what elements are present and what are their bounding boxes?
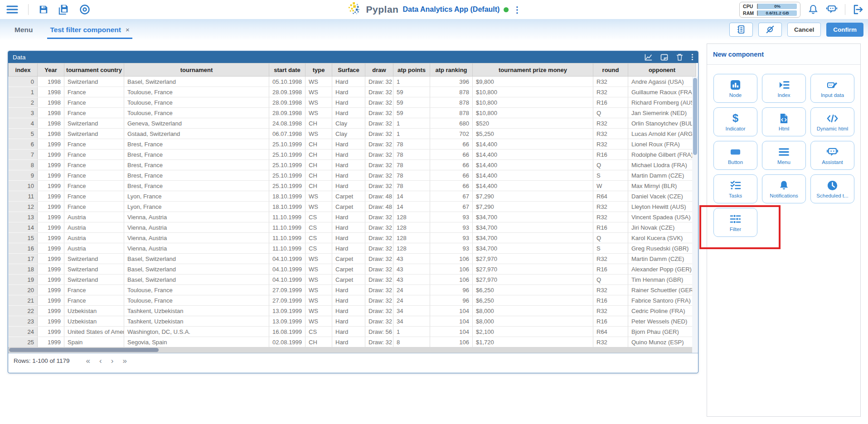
table-cell[interactable]: WS: [305, 316, 332, 327]
table-cell[interactable]: Bjorn Phau (GER): [628, 327, 696, 337]
table-cell[interactable]: Uzbekistan: [64, 306, 124, 316]
table-cell[interactable]: $2,100: [473, 327, 593, 337]
row-index-cell[interactable]: 21: [9, 295, 38, 306]
table-cell[interactable]: $27,970: [473, 264, 593, 275]
table-cell[interactable]: 02.08.1999: [269, 337, 305, 347]
table-cell[interactable]: 96: [430, 295, 473, 306]
table-cell[interactable]: 25.10.1999: [269, 149, 305, 160]
table-cell[interactable]: France: [64, 149, 124, 160]
table-cell[interactable]: Draw: 32: [365, 295, 393, 306]
table-cell[interactable]: R32: [593, 337, 628, 347]
table-cell[interactable]: 25.10.1999: [269, 170, 305, 181]
table-cell[interactable]: Basel, Switzerland: [124, 264, 269, 275]
table-cell[interactable]: WS: [305, 254, 332, 264]
more-menu-icon[interactable]: [691, 53, 693, 61]
column-header-draw[interactable]: draw: [365, 63, 393, 77]
table-cell[interactable]: France: [64, 139, 124, 149]
table-cell[interactable]: Draw: 32: [365, 285, 393, 295]
table-cell[interactable]: 1999: [38, 222, 64, 233]
table-cell[interactable]: Fabrice Santoro (FRA): [628, 295, 696, 306]
table-cell[interactable]: Draw: 32: [365, 275, 393, 285]
column-header-index[interactable]: index: [9, 63, 38, 77]
table-cell[interactable]: Karol Kucera (SVK): [628, 233, 696, 243]
component-tile-tasks[interactable]: Tasks: [713, 174, 757, 203]
table-cell[interactable]: Hard: [332, 306, 365, 316]
table-cell[interactable]: 1999: [38, 295, 64, 306]
table-cell[interactable]: Washington, DC, U.S.A.: [124, 327, 269, 337]
component-tile-assistant[interactable]: Assistant: [810, 141, 854, 170]
hamburger-menu-button[interactable]: [6, 5, 18, 14]
row-index-cell[interactable]: 8: [9, 160, 38, 170]
table-cell[interactable]: 78: [393, 149, 430, 160]
table-cell[interactable]: Draw: 32: [365, 254, 393, 264]
table-cell[interactable]: Q: [593, 108, 628, 118]
table-cell[interactable]: 05.10.1998: [269, 77, 305, 87]
table-cell[interactable]: 1998: [38, 87, 64, 97]
table-cell[interactable]: Draw: 32: [365, 170, 393, 181]
table-cell[interactable]: $8,000: [473, 306, 593, 316]
table-cell[interactable]: CS: [305, 212, 332, 222]
table-cell[interactable]: S: [593, 243, 628, 254]
chart-view-icon[interactable]: [645, 54, 652, 61]
table-cell[interactable]: 104: [430, 327, 473, 337]
table-cell[interactable]: WS: [305, 264, 332, 275]
table-cell[interactable]: 106: [430, 337, 473, 347]
table-cell[interactable]: 34: [393, 306, 430, 316]
table-cell[interactable]: Guillaume Raoux (FRA): [628, 87, 696, 97]
table-cell[interactable]: Tim Henman (GBR): [628, 275, 696, 285]
table-cell[interactable]: Carpet: [332, 275, 365, 285]
table-cell[interactable]: 1999: [38, 243, 64, 254]
logout-icon[interactable]: [853, 4, 863, 15]
table-cell[interactable]: Hard: [332, 316, 365, 327]
tab-menu[interactable]: Menu: [12, 22, 35, 39]
table-cell[interactable]: $10,800: [473, 87, 593, 97]
table-cell[interactable]: $9,800: [473, 77, 593, 87]
table-cell[interactable]: 93: [430, 233, 473, 243]
table-cell[interactable]: Q: [593, 233, 628, 243]
table-cell[interactable]: Draw: 32: [365, 108, 393, 118]
table-cell[interactable]: 1999: [38, 316, 64, 327]
table-cell[interactable]: R32: [593, 87, 628, 97]
table-cell[interactable]: Hard: [332, 243, 365, 254]
table-cell[interactable]: R64: [593, 327, 628, 337]
table-cell[interactable]: R32: [593, 285, 628, 295]
table-cell[interactable]: Jan Siemerink (NED): [628, 108, 696, 118]
table-cell[interactable]: 25.10.1999: [269, 160, 305, 170]
table-cell[interactable]: 128: [393, 243, 430, 254]
table-cell[interactable]: Brest, France: [124, 181, 269, 191]
table-cell[interactable]: WS: [305, 295, 332, 306]
table-cell[interactable]: Brest, France: [124, 149, 269, 160]
table-cell[interactable]: Hard: [332, 212, 365, 222]
table-cell[interactable]: 878: [430, 108, 473, 118]
table-cell[interactable]: Draw: 32: [365, 87, 393, 97]
table-cell[interactable]: Geneva, Switzerland: [124, 118, 269, 129]
component-tile-filter[interactable]: Filter: [713, 208, 757, 237]
column-header-surface[interactable]: Surface: [332, 63, 365, 77]
table-cell[interactable]: Q: [593, 160, 628, 170]
table-cell[interactable]: CS: [305, 243, 332, 254]
table-cell[interactable]: WS: [305, 108, 332, 118]
table-cell[interactable]: 104: [430, 316, 473, 327]
table-cell[interactable]: Michael Llodra (FRA): [628, 160, 696, 170]
column-header-atp-points[interactable]: atp points: [393, 63, 430, 77]
row-index-cell[interactable]: 5: [9, 129, 38, 139]
table-cell[interactable]: Hard: [332, 87, 365, 97]
table-cell[interactable]: Draw: 32: [365, 181, 393, 191]
confirm-button[interactable]: Confirm: [826, 23, 863, 37]
table-cell[interactable]: Andre Agassi (USA): [628, 77, 696, 87]
table-cell[interactable]: Lionel Roux (FRA): [628, 139, 696, 149]
table-cell[interactable]: Hard: [332, 295, 365, 306]
column-header-tournament-country[interactable]: tournament country: [64, 63, 124, 77]
table-cell[interactable]: Brest, France: [124, 139, 269, 149]
table-cell[interactable]: 04.10.1999: [269, 275, 305, 285]
table-cell[interactable]: WS: [305, 129, 332, 139]
table-cell[interactable]: 1999: [38, 233, 64, 243]
table-cell[interactable]: Lyon, France: [124, 191, 269, 202]
table-cell[interactable]: 1999: [38, 191, 64, 202]
table-cell[interactable]: Martin Damm (CZE): [628, 254, 696, 264]
table-cell[interactable]: Spain: [64, 337, 124, 347]
table-cell[interactable]: Draw: 32: [365, 118, 393, 129]
table-cell[interactable]: 59: [393, 108, 430, 118]
table-cell[interactable]: Austria: [64, 212, 124, 222]
row-index-cell[interactable]: 7: [9, 149, 38, 160]
